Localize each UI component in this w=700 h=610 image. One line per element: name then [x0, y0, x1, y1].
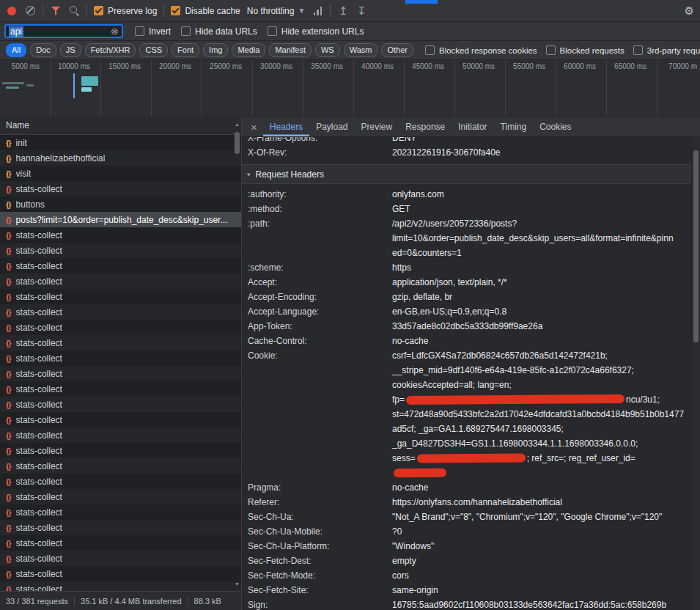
record-button[interactable]	[6, 5, 18, 17]
header-name: Sec-Ch-Ua:	[248, 510, 392, 524]
filter-bar: api ⊗ InvertHide data URLsHide extension…	[0, 22, 700, 41]
json-request-icon: {}	[6, 416, 11, 425]
preserve-log-checkbox[interactable]: Preserve log	[94, 6, 157, 16]
request-row[interactable]: {}stats-collect	[0, 474, 241, 489]
search-button[interactable]	[68, 5, 80, 17]
settings-gear-icon[interactable]: ⚙	[685, 4, 694, 18]
close-details-icon[interactable]: ×	[245, 117, 263, 136]
tab-cookies[interactable]: Cookies	[533, 117, 578, 136]
checkbox-checked-icon[interactable]	[171, 6, 180, 15]
throttling-dropdown[interactable]: No throttling ▼	[247, 6, 306, 16]
checkbox-unchecked-icon[interactable]	[633, 45, 643, 55]
request-row[interactable]: {}stats-collect	[0, 397, 241, 412]
checkbox-hide-extension-urls[interactable]: Hide extension URLs	[268, 26, 364, 37]
request-row[interactable]: {}stats-collect	[0, 458, 241, 474]
type-chip-other[interactable]: Other	[381, 43, 413, 57]
tab-initiator[interactable]: Initiator	[452, 117, 493, 136]
checkbox-unchecked-icon[interactable]	[135, 26, 144, 36]
scrollbar-thumb[interactable]	[235, 132, 240, 154]
request-row[interactable]: {}stats-collect	[0, 381, 241, 397]
type-chip-manifest[interactable]: Manifest	[269, 43, 312, 57]
type-chip-media[interactable]: Media	[232, 43, 265, 57]
checkbox-unchecked-icon[interactable]	[181, 26, 191, 36]
scroll-up-icon[interactable]: ▲	[233, 122, 241, 127]
scroll-down-icon[interactable]: ▼	[233, 581, 241, 587]
request-row[interactable]: {}hannahelizabethofficial	[0, 150, 241, 166]
overview-timeline[interactable]: 5000 ms10000 ms15000 ms20000 ms25000 ms3…	[0, 60, 700, 117]
request-row[interactable]: {}stats-collect	[0, 443, 241, 458]
clear-button[interactable]	[24, 5, 36, 17]
request-name: hannahelizabethofficial	[16, 153, 106, 163]
request-row[interactable]: {}stats-collect	[0, 181, 241, 196]
request-row[interactable]: {}visit	[0, 166, 241, 181]
checkbox-invert[interactable]: Invert	[135, 26, 171, 37]
network-conditions-button[interactable]	[312, 5, 323, 17]
checkbox-hide-data-urls[interactable]: Hide data URLs	[181, 26, 257, 37]
request-row[interactable]: {}stats-collect	[0, 304, 241, 320]
tab-timing[interactable]: Timing	[494, 117, 534, 136]
filter-input[interactable]: api ⊗	[4, 24, 123, 38]
request-row[interactable]: {}stats-collect	[0, 335, 241, 350]
checkbox-unchecked-icon[interactable]	[268, 26, 277, 36]
tab-preview[interactable]: Preview	[355, 117, 399, 136]
type-chip-all[interactable]: All	[6, 43, 26, 57]
name-column-header[interactable]: Name	[0, 117, 241, 135]
type-chip-wasm[interactable]: Wasm	[344, 43, 378, 57]
type-chip-ws[interactable]: WS	[315, 43, 340, 57]
type-chip-doc[interactable]: Doc	[30, 43, 56, 57]
clear-filter-icon[interactable]: ⊗	[111, 26, 119, 36]
request-row[interactable]: {}stats-collect	[0, 258, 241, 273]
request-row[interactable]: {}stats-collect	[0, 535, 241, 551]
request-row[interactable]: {}stats-collect	[0, 551, 241, 566]
request-row[interactable]: {}buttons	[0, 196, 241, 212]
checkbox-unchecked-icon[interactable]	[546, 45, 556, 55]
request-row[interactable]: {}stats-collect	[0, 412, 241, 427]
request-row[interactable]: {}stats-collect	[0, 520, 241, 535]
request-name: stats-collect	[16, 415, 62, 425]
checkbox-blocked-response-cookies[interactable]: Blocked response cookies	[425, 45, 537, 55]
type-chip-font[interactable]: Font	[172, 43, 199, 57]
tab-headers[interactable]: Headers	[263, 117, 309, 136]
type-chip-css[interactable]: CSS	[139, 43, 168, 57]
request-row[interactable]: {}stats-collect	[0, 243, 241, 258]
request-row[interactable]: {}stats-collect	[0, 427, 241, 443]
requests-scrollbar[interactable]: ▲ ▼	[233, 117, 241, 591]
request-row[interactable]: {}init	[0, 135, 241, 150]
checkbox-unchecked-icon[interactable]	[425, 45, 435, 55]
checkbox-3rd-party-requests[interactable]: 3rd-party requests	[633, 45, 700, 55]
checkbox-checked-icon[interactable]	[94, 6, 103, 15]
disable-cache-checkbox[interactable]: Disable cache	[171, 6, 240, 16]
scrollbar-thumb[interactable]	[693, 150, 699, 342]
request-row[interactable]: {}stats-collect	[0, 489, 241, 504]
header-name: Sec-Fetch-Mode:	[248, 568, 392, 583]
checkbox-blocked-requests[interactable]: Blocked requests	[546, 45, 625, 55]
request-row[interactable]: {}stats-collect	[0, 350, 241, 366]
json-request-icon: {}	[6, 585, 11, 592]
request-row[interactable]: {}stats-collect	[0, 320, 241, 335]
tab-payload[interactable]: Payload	[309, 117, 354, 136]
header-name: Sign:	[248, 598, 392, 610]
type-chip-js[interactable]: JS	[60, 43, 81, 57]
request-row[interactable]: {}stats-collect	[0, 504, 241, 520]
type-chip-img[interactable]: Img	[203, 43, 228, 57]
export-har-icon[interactable]: ↧	[355, 5, 367, 17]
request-name: stats-collect	[16, 369, 62, 379]
json-request-icon: {}	[6, 169, 11, 178]
filter-button[interactable]	[50, 5, 62, 17]
request-row[interactable]: {}stats-collect	[0, 273, 241, 289]
request-row[interactable]: {}posts?limit=10&order=publish_date_desc…	[0, 212, 241, 227]
request-headers-section[interactable]: ▾ Request Headers	[242, 165, 691, 184]
checkbox-label: Hide data URLs	[195, 26, 257, 37]
details-scrollbar[interactable]	[692, 137, 700, 610]
request-row[interactable]: {}stats-collect	[0, 227, 241, 243]
request-name: posts?limit=10&order=publish_date_desc&s…	[16, 215, 228, 225]
request-row[interactable]: {}stats-collect	[0, 366, 241, 381]
request-row[interactable]: {}stats-collect	[0, 289, 241, 304]
request-row[interactable]: {}stats-collect	[0, 566, 241, 581]
tab-response[interactable]: Response	[399, 117, 452, 136]
header-row: Cookie:csrf=LdfcGX4Sa72db06824c657db26a5…	[242, 348, 691, 480]
request-name: stats-collect	[16, 230, 62, 240]
type-chip-fetch-xhr[interactable]: Fetch/XHR	[85, 43, 136, 57]
request-row[interactable]: {}stats-collect	[0, 581, 241, 591]
import-har-icon[interactable]: ↥	[337, 5, 349, 17]
